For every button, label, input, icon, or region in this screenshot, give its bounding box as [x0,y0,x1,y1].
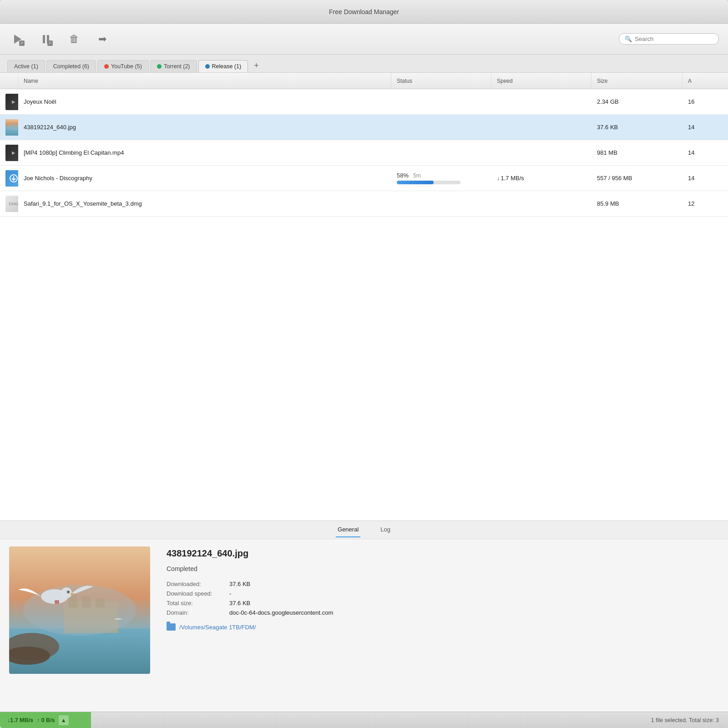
video-thumb-icon: ▶ [5,145,18,161]
td-a: 16 [682,98,728,105]
torrent-icon [9,173,18,183]
pause-button[interactable] [37,30,55,48]
td-name: [MP4 1080p] Climbing El Capitan.mp4 [18,149,391,156]
main-window: Free Download Manager 🗑 ➡ 🔍 Active [0,0,728,728]
tabs-bar: Active (1) Completed (6) YouTube (5) Tor… [0,55,728,73]
td-a: 14 [682,149,728,156]
torrent-dot [157,64,162,69]
search-box[interactable]: 🔍 [619,33,719,45]
td-thumb [0,170,18,187]
tab-torrent[interactable]: Torrent (2) [150,60,197,72]
progress-container: 58% 5m [391,172,466,184]
tab-active-label: Active (1) [14,63,38,70]
detail-filename: 438192124_640.jpg [167,548,721,559]
detail-thumbnail [9,546,150,674]
speed-arrow-down: ↓ [497,175,500,182]
tab-torrent-label: Torrent (2) [164,63,190,70]
detail-rows: Downloaded: 37.6 KB Download speed: - To… [167,581,721,616]
title-bar: Free Download Manager [0,0,728,24]
table-rows: ▶ Joyeux Noël 2.34 GB 16 438192124_640.j… [0,89,728,521]
pause-check-overlay [47,40,53,46]
status-download-speed: ↓1.7 MB/s [7,717,33,723]
td-size: 37.6 KB [592,124,682,131]
detail-status: Completed [167,565,721,572]
td-speed: ↓1.7 MB/s [491,175,592,182]
detail-pane: General Log [0,521,728,712]
td-a: 12 [682,200,728,207]
td-thumb: ▶ [0,94,18,110]
status-selected-info: 1 file selected. Total size: 3 [651,717,719,723]
window-title: Free Download Manager [329,8,399,15]
td-size: 557 / 956 MB [592,175,682,182]
table-row[interactable]: ▶ Joyeux Noël 2.34 GB 16 [0,89,728,115]
td-name: Safari_9.1_for_OS_X_Yosemite_beta_3.dmg [18,200,391,207]
td-a: 14 [682,175,728,182]
tab-active[interactable]: Active (1) [7,60,45,72]
download-speed-value: - [229,590,231,597]
detail-tab-general[interactable]: General [336,522,360,537]
tab-youtube[interactable]: YouTube (5) [97,60,149,72]
status-right: 1 file selected. Total size: 3 [91,717,728,723]
th-a: A [682,73,728,89]
total-size-label: Total size: [167,600,226,607]
domain-value: doc-0c-64-docs.googleusercontent.com [229,609,333,616]
table-row[interactable]: Joe Nichols - Discography 58% 5m ↓1.7 MB… [0,166,728,191]
thumb-torrent [5,170,18,187]
td-size: 2.34 GB [592,98,682,105]
detail-content: 438192124_640.jpg Completed Downloaded: … [0,539,728,712]
table-row[interactable]: ▶ [MP4 1080p] Climbing El Capitan.mp4 98… [0,140,728,166]
trash-icon: 🗑 [69,33,79,45]
detail-info: 438192124_640.jpg Completed Downloaded: … [159,539,728,712]
thumb-img [5,119,18,136]
thumb-video: ▶ [5,145,18,161]
th-icon [0,73,18,89]
play-button[interactable] [9,30,26,48]
tab-youtube-label: YouTube (5) [111,63,142,70]
svg-rect-7 [68,594,77,608]
th-status: Status [391,73,491,89]
release-dot [205,64,210,69]
progress-bar-fill [397,181,434,184]
td-a: 14 [682,124,728,131]
seagull-image [9,546,150,674]
detail-row-domain: Domain: doc-0c-64-docs.googleusercontent… [167,609,721,616]
move-button[interactable]: ➡ [94,30,111,48]
downloaded-label: Downloaded: [167,581,226,587]
download-speed-label: Download speed: [167,590,226,597]
td-name: 438192124_640.jpg [18,124,391,131]
progress-bar-wrap [397,181,460,184]
td-name: Joyeux Noël [18,98,391,105]
detail-tab-log[interactable]: Log [379,522,392,537]
detail-path[interactable]: /Volumes/Seagate 1TB/FDM/ [167,623,721,631]
td-name: Joe Nichols - Discography [18,175,391,182]
svg-rect-6 [64,601,118,633]
table-row[interactable]: 438192124_640.jpg 37.6 KB 14 [0,115,728,140]
status-expand-button[interactable]: ▲ [59,715,69,725]
delete-button[interactable]: 🗑 [66,30,83,48]
td-size: 981 MB [592,149,682,156]
svg-rect-8 [82,597,91,608]
dmg-thumb-icon: DMG [5,196,18,212]
tab-release[interactable]: Release (1) [198,60,248,72]
status-bar: ↓1.7 MB/s ↑ 0 B/s ▲ 1 file selected. Tot… [0,712,728,728]
youtube-dot [104,64,109,69]
search-input[interactable] [635,35,712,42]
move-icon: ➡ [98,33,106,45]
status-left: ↓1.7 MB/s ↑ 0 B/s ▲ [0,712,91,728]
folder-icon [167,623,176,631]
progress-percent: 58% [397,172,409,179]
tab-completed[interactable]: Completed (6) [46,60,96,72]
td-thumb: DMG [0,196,18,212]
th-speed: Speed [491,73,592,89]
domain-label: Domain: [167,609,226,616]
thumb-dmg: DMG [5,196,18,212]
detail-row-size: Total size: 37.6 KB [167,600,721,607]
svg-rect-9 [96,599,105,608]
table-row[interactable]: DMG Safari_9.1_for_OS_X_Yosemite_beta_3.… [0,191,728,217]
search-icon: 🔍 [625,35,632,42]
svg-point-10 [41,589,68,604]
tab-add-button[interactable]: + [249,59,263,72]
th-size: Size [592,73,682,89]
svg-point-11 [61,587,72,598]
td-thumb [0,119,18,136]
